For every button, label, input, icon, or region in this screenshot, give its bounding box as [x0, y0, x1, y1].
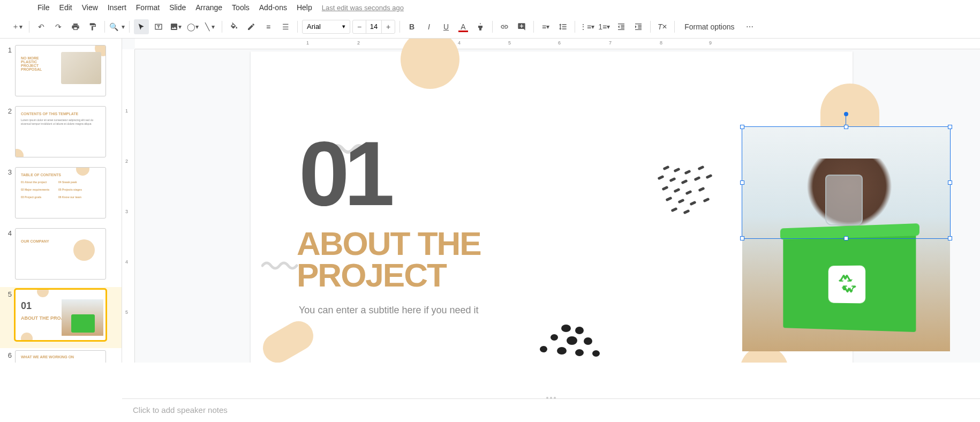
font-selector[interactable]: Arial▾: [302, 20, 350, 34]
clear-format-button[interactable]: T✕: [655, 19, 670, 34]
thumb-number: 5: [4, 289, 12, 298]
align-button[interactable]: ≡▾: [538, 19, 553, 34]
bold-button[interactable]: B: [404, 19, 419, 34]
font-size-control: − 14 +: [352, 20, 395, 34]
slide-canvas[interactable]: 01 ABOUT THEPROJECT You can enter a subt…: [251, 51, 853, 363]
resize-handle-nw[interactable]: [740, 125, 744, 129]
line-spacing-button[interactable]: [555, 19, 570, 34]
slide-thumbnail-6[interactable]: WHAT WE ARE WORKING ON Hotel Residential…: [15, 350, 106, 363]
font-size-decrease[interactable]: −: [353, 19, 366, 34]
indent-decrease-button[interactable]: [614, 19, 629, 34]
rotation-handle[interactable]: [844, 112, 848, 116]
thumb-number: 3: [4, 167, 12, 176]
slide-subtitle-text[interactable]: You can enter a subtitle here if you nee…: [299, 305, 479, 316]
numbered-list-button[interactable]: 1≡▾: [597, 19, 612, 34]
comment-button[interactable]: [514, 19, 529, 34]
menu-edit[interactable]: Edit: [59, 3, 72, 12]
print-button[interactable]: [68, 19, 83, 34]
canvas-area[interactable]: 1 2 3 4 5 6 7 8 9 1 2 3 4 5: [122, 39, 980, 363]
menu-file[interactable]: File: [37, 3, 50, 12]
last-edit-link[interactable]: Last edit was seconds ago: [322, 4, 404, 12]
decoration-blob: [401, 39, 459, 89]
decoration-dashes: [658, 167, 722, 215]
thumb-number: 2: [4, 106, 12, 115]
slide-thumbnail-3[interactable]: TABLE OF CONTENTS 01 About the project 0…: [15, 167, 106, 218]
slide-title-text[interactable]: ABOUT THEPROJECT: [297, 228, 481, 291]
text-color-button[interactable]: A: [456, 19, 471, 34]
toolbar: ＋▾ ↶ ↷ 🔍▾ ▾ ◯▾ ╲▾ ≡ ☰ Arial▾ − 14 + B I …: [0, 15, 980, 39]
menu-view[interactable]: View: [82, 3, 98, 12]
link-button[interactable]: [497, 19, 512, 34]
thumb-number: 6: [4, 350, 12, 359]
indent-increase-button[interactable]: [631, 19, 646, 34]
resize-handle-n[interactable]: [844, 125, 848, 129]
menu-slide[interactable]: Slide: [169, 3, 186, 12]
slide-thumbnail-5[interactable]: 01 ABOUT THE PROJECT: [15, 289, 106, 341]
italic-button[interactable]: I: [421, 19, 436, 34]
border-color-button[interactable]: [244, 19, 259, 34]
slide-thumbnail-2[interactable]: CONTENTS OF THIS TEMPLATE Lorem ipsum do…: [15, 106, 106, 157]
horizontal-ruler: 1 2 3 4 5 6 7 8 9: [135, 39, 980, 49]
menu-format[interactable]: Format: [136, 3, 160, 12]
resize-handle-ne[interactable]: [948, 125, 952, 129]
menu-insert[interactable]: Insert: [108, 3, 126, 12]
image-tool[interactable]: ▾: [168, 19, 183, 34]
resize-handle-se[interactable]: [948, 236, 952, 240]
notes-resize-handle[interactable]: [541, 397, 561, 400]
decoration-blob: [258, 316, 319, 363]
menu-help[interactable]: Help: [297, 3, 312, 12]
border-dash-button[interactable]: ☰: [278, 19, 293, 34]
vertical-ruler: 1 2 3 4 5: [122, 49, 135, 363]
menu-bar: File Edit View Insert Format Slide Arran…: [0, 0, 980, 15]
border-weight-button[interactable]: ≡: [261, 19, 276, 34]
slide-thumbnails-panel: 1 NO MORE PLASTIC PROJECT PROPOSAL 2 CON…: [0, 39, 122, 363]
recycle-icon: [828, 266, 865, 304]
resize-handle-s[interactable]: [844, 236, 848, 240]
speaker-notes[interactable]: Click to add speaker notes: [122, 398, 980, 422]
decoration-squiggle: [261, 260, 299, 270]
paint-format-button[interactable]: [85, 19, 100, 34]
resize-handle-e[interactable]: [948, 180, 952, 185]
format-options-button[interactable]: Format options: [679, 22, 740, 31]
textbox-tool[interactable]: [151, 19, 166, 34]
slide-thumbnail-1[interactable]: NO MORE PLASTIC PROJECT PROPOSAL: [15, 45, 106, 96]
menu-addons[interactable]: Add-ons: [259, 3, 287, 12]
bullet-list-button[interactable]: ⋮≡▾: [579, 19, 594, 34]
highlight-button[interactable]: [473, 19, 488, 34]
resize-handle-sw[interactable]: [740, 236, 744, 240]
slide-thumbnail-4[interactable]: OUR COMPANY: [15, 228, 106, 280]
more-button[interactable]: ⋯: [742, 19, 757, 34]
select-tool[interactable]: [134, 19, 149, 34]
font-size-value[interactable]: 14: [366, 20, 382, 33]
redo-button[interactable]: ↷: [51, 19, 66, 34]
selection-box[interactable]: [742, 126, 951, 239]
underline-button[interactable]: U: [439, 19, 454, 34]
thumb-number: 4: [4, 228, 12, 237]
new-slide-button[interactable]: ＋▾: [10, 19, 25, 34]
decoration-dots: [534, 325, 609, 362]
speaker-notes-placeholder: Click to add speaker notes: [133, 405, 228, 415]
slide-number-text[interactable]: 01: [299, 121, 389, 226]
font-size-increase[interactable]: +: [382, 19, 395, 34]
fill-color-button[interactable]: [227, 19, 242, 34]
menu-tools[interactable]: Tools: [232, 3, 250, 12]
thumb-number: 1: [4, 45, 12, 54]
resize-handle-w[interactable]: [740, 180, 744, 185]
shape-tool[interactable]: ◯▾: [185, 19, 200, 34]
menu-arrange[interactable]: Arrange: [195, 3, 222, 12]
undo-button[interactable]: ↶: [34, 19, 49, 34]
zoom-button[interactable]: 🔍▾: [109, 19, 125, 34]
line-tool[interactable]: ╲▾: [202, 19, 217, 34]
